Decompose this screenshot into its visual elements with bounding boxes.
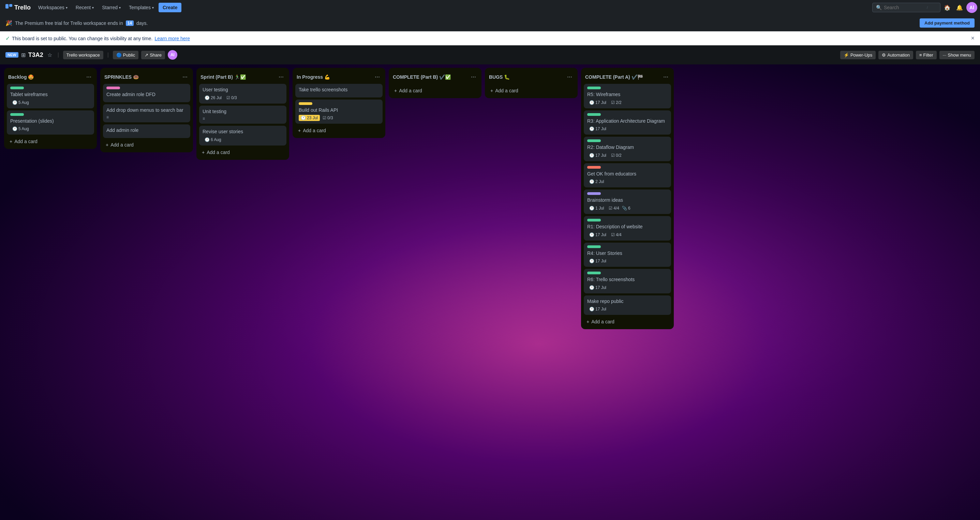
clock-icon: 🕐 [589, 206, 594, 211]
card-date-user-testing[interactable]: 🕐 26 Jul [202, 95, 224, 101]
card-meta-r4-user-stories: 🕐 17 Jul [587, 258, 668, 264]
card-date-r6-trello-screenshots[interactable]: 🕐 17 Jul [587, 285, 608, 291]
card-date-get-ok-educators[interactable]: 🕐 2 Jul [587, 179, 606, 185]
card-title-r4-user-stories: R4: User Stories [587, 250, 668, 257]
card-date-revise-user-stories[interactable]: 🕐 6 Aug [202, 136, 223, 143]
column-title-in-progress: In Progress 💪 [297, 74, 372, 80]
card-date-brainstorm-ideas[interactable]: 🕐 1 Jul [587, 205, 606, 211]
column-cards-sprint-part-b: User testing🕐 26 Jul☑ 0/3Unit testing≡Re… [198, 84, 288, 146]
power-ups-btn[interactable]: ⚡ Power-Ups [840, 51, 876, 59]
info-banner-close-btn[interactable]: × [971, 35, 975, 42]
show-menu-btn[interactable]: ··· Show menu [939, 51, 975, 59]
card-get-ok-educators[interactable]: Get OK from educators🕐 2 Jul [584, 163, 671, 188]
column-menu-btn-sprint-part-b[interactable]: ··· [277, 72, 285, 82]
card-label-brainstorm-ideas [587, 192, 601, 195]
home-icon-btn[interactable]: 🏠 [942, 2, 953, 13]
card-date-tablet-wireframes[interactable]: 🕐 5 Aug [10, 100, 31, 106]
card-date-make-repo-public[interactable]: 🕐 17 Jul [587, 306, 608, 312]
star-btn[interactable]: ☆ [46, 51, 54, 60]
card-user-testing[interactable]: User testing🕐 26 Jul☑ 0/3 [199, 84, 286, 104]
column-in-progress: In Progress 💪···Take trello screenshotsB… [293, 68, 385, 138]
add-card-label-sprint-part-b: Add a card [207, 150, 230, 155]
automation-btn[interactable]: ⚙ Automation [878, 51, 913, 59]
add-card-btn-sprint-part-b[interactable]: + Add a card [199, 147, 289, 157]
card-brainstorm-ideas[interactable]: Brainstorm ideas🕐 1 Jul☑ 4/4📎 6 [584, 189, 671, 214]
add-payment-btn[interactable]: Add payment method [920, 18, 975, 28]
card-date-r2-dataflow[interactable]: 🕐 17 Jul [587, 152, 608, 159]
card-date-r1-description[interactable]: 🕐 17 Jul [587, 232, 608, 238]
card-add-admin-role[interactable]: Add admin role [103, 124, 190, 138]
add-card-btn-sprinkles[interactable]: + Add a card [103, 140, 193, 150]
plus-icon-in-progress: + [298, 128, 301, 133]
column-menu-btn-complete-part-a[interactable]: ··· [662, 72, 670, 82]
card-date-r5-wireframes[interactable]: 🕐 17 Jul [587, 100, 608, 106]
visibility-btn[interactable]: 🔵 Public [113, 51, 138, 59]
card-create-admin-dfd[interactable]: Create admin role DFD [103, 84, 190, 102]
board-avatar[interactable]: Al [168, 50, 177, 60]
card-r3-app-arch[interactable]: R3: Application Architecture Diagram🕐 17… [584, 110, 671, 135]
card-add-dropdown[interactable]: Add drop down menus to search bar≡ [103, 104, 190, 123]
card-title-take-trello-screenshots: Take trello screenshots [299, 87, 379, 94]
card-r2-dataflow[interactable]: R2: Dataflow Diagram🕐 17 Jul☑ 0/2 [584, 136, 671, 161]
card-date-r3-app-arch[interactable]: 🕐 17 Jul [587, 126, 608, 132]
new-badge: NEW [5, 52, 18, 58]
card-r6-trello-screenshots[interactable]: R6: Trello screenshots🕐 17 Jul [584, 269, 671, 293]
templates-btn[interactable]: Templates ▾ [126, 3, 157, 12]
card-r4-user-stories[interactable]: R4: User Stories🕐 17 Jul [584, 243, 671, 267]
avatar[interactable]: Al [966, 2, 977, 13]
column-menu-btn-complete-part-b[interactable]: ··· [469, 72, 477, 82]
column-menu-btn-backlog[interactable]: ··· [85, 72, 93, 82]
add-card-label-in-progress: Add a card [303, 128, 326, 133]
checklist-icon: ☑ [611, 100, 615, 105]
card-meta-make-repo-public: 🕐 17 Jul [587, 306, 668, 312]
filter-btn[interactable]: ≡ Filter [916, 51, 936, 59]
card-take-trello-screenshots[interactable]: Take trello screenshots [295, 84, 383, 97]
card-title-create-admin-dfd: Create admin role DFD [107, 91, 187, 98]
card-date-presentation-slides[interactable]: 🕐 5 Aug [10, 126, 31, 132]
column-menu-btn-bugs[interactable]: ··· [566, 72, 574, 82]
card-r1-description[interactable]: R1: Description of website🕐 17 Jul☑ 4/4 [584, 216, 671, 241]
card-presentation-slides[interactable]: Presentation (slides)🕐 5 Aug [7, 110, 94, 135]
column-menu-btn-sprinkles[interactable]: ··· [181, 72, 189, 82]
card-label-build-out-rails-api [299, 102, 312, 105]
card-make-repo-public[interactable]: Make repo public🕐 17 Jul [584, 295, 671, 315]
starred-btn[interactable]: Starred ▾ [99, 3, 124, 12]
card-title-get-ok-educators: Get OK from educators [587, 171, 668, 178]
card-label-get-ok-educators [587, 166, 601, 169]
power-ups-icon: ⚡ [843, 52, 849, 58]
column-title-bugs: BUGS 🐛 [489, 74, 564, 80]
search-bar[interactable]: 🔍 / [872, 3, 940, 12]
column-menu-btn-in-progress[interactable]: ··· [373, 72, 381, 82]
share-btn[interactable]: ↗ Share [141, 51, 165, 59]
trello-logo[interactable]: Trello [3, 4, 33, 11]
learn-more-link[interactable]: Learn more here [154, 36, 190, 41]
card-date-build-out-rails-api[interactable]: 🕐 23 Jul [299, 115, 320, 121]
card-revise-user-stories[interactable]: Revise user stories🕐 6 Aug [199, 126, 286, 146]
card-unit-testing[interactable]: Unit testing≡ [199, 106, 286, 124]
card-r5-wireframes[interactable]: R5: Wireframes🕐 17 Jul☑ 2/2 [584, 84, 671, 108]
create-btn[interactable]: Create [159, 3, 182, 12]
card-date-r4-user-stories[interactable]: 🕐 17 Jul [587, 258, 608, 264]
power-ups-label: Power-Ups [850, 52, 872, 58]
share-icon: ↗ [145, 52, 148, 58]
notifications-icon-btn[interactable]: 🔔 [954, 2, 965, 13]
card-meta-add-dropdown: ≡ [107, 115, 187, 120]
add-card-btn-complete-part-b[interactable]: + Add a card [391, 86, 482, 95]
share-label: Share [150, 52, 162, 58]
column-header-in-progress: In Progress 💪··· [294, 71, 384, 84]
card-meta-presentation-slides: 🕐 5 Aug [10, 126, 91, 132]
promo-banner: 🎉 The Premium free trial for Trello work… [0, 15, 980, 31]
workspaces-btn[interactable]: Workspaces ▾ [35, 3, 71, 12]
svg-rect-1 [9, 4, 12, 7]
recent-btn[interactable]: Recent ▾ [72, 3, 97, 12]
add-card-btn-backlog[interactable]: + Add a card [7, 136, 97, 146]
card-tablet-wireframes[interactable]: Tablet wireframes🕐 5 Aug [7, 84, 94, 108]
add-card-btn-complete-part-a[interactable]: + Add a card [584, 317, 674, 327]
add-card-btn-bugs[interactable]: + Add a card [488, 86, 578, 95]
workspace-btn[interactable]: Trello workspace [63, 51, 103, 59]
card-title-r3-app-arch: R3: Application Architecture Diagram [587, 118, 668, 125]
add-card-btn-in-progress[interactable]: + Add a card [295, 126, 385, 135]
card-build-out-rails-api[interactable]: Build out Rails API🕐 23 Jul☑ 0/3 [295, 100, 383, 124]
search-input[interactable] [884, 5, 925, 10]
card-meta-r3-app-arch: 🕐 17 Jul [587, 126, 668, 132]
